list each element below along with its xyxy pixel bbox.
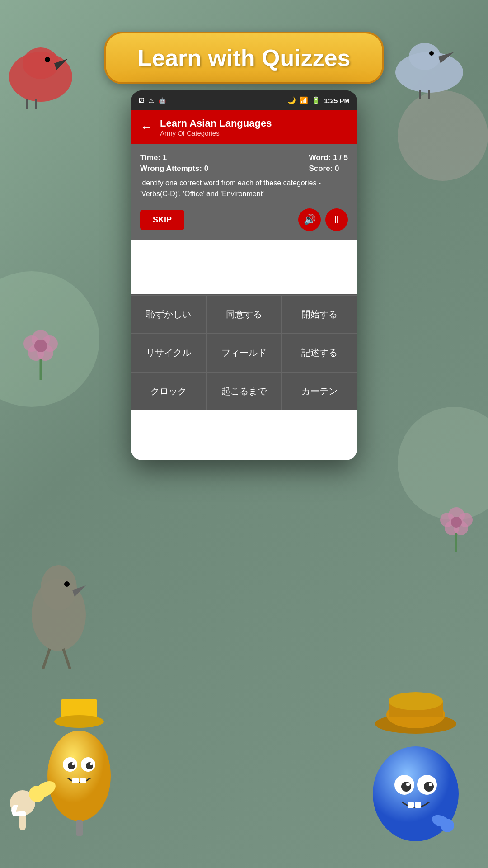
quiz-controls: SKIP 🔊 ⏸ [140,208,348,231]
svg-point-54 [424,782,434,792]
app-header: ← Learn Asian Languages Army Of Categori… [131,110,357,144]
answer-btn-0[interactable]: 恥ずかしい [131,295,206,334]
title-banner: Learn with Quizzes [104,32,384,84]
score-display: Score: 0 [309,164,348,173]
wifi-icon: 📶 [300,96,308,104]
yellow-mascot [27,694,127,841]
phone-frame: 🖼 ⚠ 🤖 🌙 📶 🔋 1:25 PM ← Learn Asian Langua… [131,90,357,460]
svg-rect-42 [80,778,86,783]
svg-point-56 [429,783,432,786]
app-title: Learn Asian Languages [160,118,348,129]
bird-right [384,27,474,101]
svg-rect-62 [19,814,26,830]
answer-btn-1[interactable]: 同意する [206,295,282,334]
status-right-area: 🌙 📶 🔋 1:25 PM [287,96,350,104]
svg-point-3 [45,57,50,62]
svg-line-31 [63,649,70,669]
svg-point-7 [409,43,441,70]
svg-point-9 [429,51,434,56]
header-text-area: Learn Asian Languages Army Of Categories [160,118,348,137]
sound-icon: 🔊 [304,214,316,226]
deco-circle-2 [398,90,488,181]
flower-1 [14,316,68,382]
answer-btn-2[interactable]: 開始する [282,295,357,334]
answer-grid: 恥ずかしい 同意する 開始する リサイクル フィールド 記述する クロック 起こ… [131,294,357,410]
control-icons: 🔊 ⏸ [298,208,348,231]
quiz-stats: Time: 1 Wrong Attempts: 0 Word: 1 / 5 Sc… [140,153,348,173]
warning-icon: ⚠ [149,97,154,104]
stats-right: Word: 1 / 5 Score: 0 [309,153,348,173]
svg-point-55 [406,783,410,786]
svg-point-53 [401,782,411,792]
wrong-attempts: Wrong Attempts: 0 [140,164,208,173]
status-bar: 🖼 ⚠ 🤖 🌙 📶 🔋 1:25 PM [131,90,357,110]
svg-point-45 [29,786,45,802]
word-count: Word: 1 / 5 [309,153,348,162]
svg-point-33 [54,715,104,728]
svg-point-24 [451,517,462,528]
time-display: Time: 1 [140,153,208,162]
answer-btn-6[interactable]: クロック [131,372,206,410]
svg-point-60 [441,819,454,832]
android-icon: 🤖 [159,97,166,104]
blue-mascot [357,690,474,850]
quiz-description: Identify one correct word from each of t… [140,178,348,199]
back-button[interactable]: ← [140,120,153,135]
app-subtitle: Army Of Categories [160,129,348,137]
answer-btn-3[interactable]: リサイクル [131,334,206,372]
flower-2 [434,497,479,553]
pause-icon: ⏸ [332,214,342,226]
bottom-white-area [131,410,357,460]
quiz-area: Time: 1 Wrong Attempts: 0 Word: 1 / 5 Sc… [131,144,357,240]
skip-button[interactable]: SKIP [140,210,184,230]
svg-point-17 [34,340,47,352]
svg-rect-43 [76,820,83,836]
battery-icon: 🔋 [312,96,320,104]
svg-point-27 [41,565,77,610]
svg-rect-41 [72,778,79,783]
bird-bottom-left [14,542,104,671]
answer-btn-4[interactable]: フィールド [206,334,282,372]
svg-point-39 [72,763,75,765]
sound-button[interactable]: 🔊 [298,208,321,231]
status-left-icons: 🖼 ⚠ 🤖 [138,97,166,104]
svg-point-29 [64,581,70,587]
svg-point-49 [389,692,443,710]
stats-left: Time: 1 Wrong Attempts: 0 [140,153,208,173]
svg-rect-58 [415,802,421,808]
status-time: 1:25 PM [324,97,350,104]
svg-line-30 [43,649,50,669]
svg-point-34 [47,731,111,821]
moon-icon: 🌙 [287,96,296,104]
title-text: Learn with Quizzes [138,45,351,71]
image-icon: 🖼 [138,97,144,104]
answer-btn-8[interactable]: カーテン [282,372,357,410]
answer-btn-5[interactable]: 記述する [282,334,357,372]
svg-point-1 [23,47,59,79]
answer-btn-7[interactable]: 起こるまで [206,372,282,410]
svg-point-40 [90,763,93,765]
pause-button[interactable]: ⏸ [325,208,348,231]
svg-rect-57 [408,802,414,808]
bird-left [5,36,86,110]
answer-display-area [131,240,357,294]
